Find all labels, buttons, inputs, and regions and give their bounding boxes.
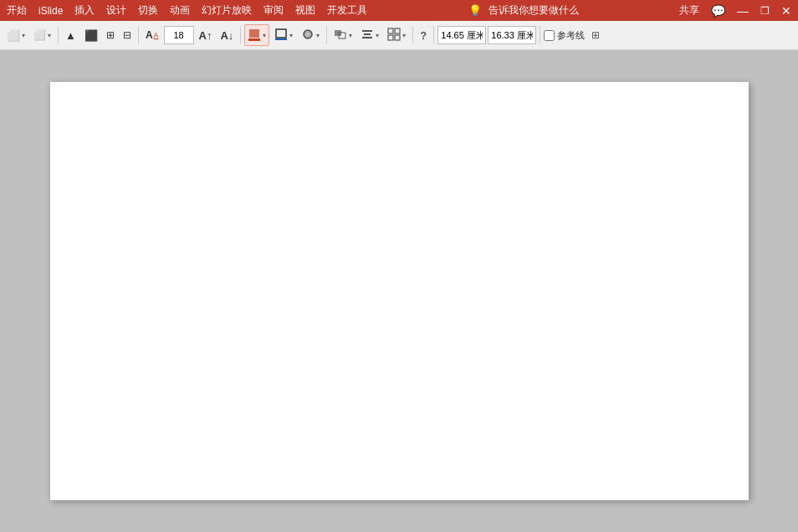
menu-islide[interactable]: iSlide	[38, 5, 63, 17]
increase-font-icon: A↑	[199, 29, 212, 42]
group-icon: ⊞	[106, 29, 115, 41]
send-backward-button[interactable]: ⬛	[81, 24, 101, 46]
decrease-font-button[interactable]: A↓	[217, 24, 237, 46]
ungroup-icon: ⊟	[123, 29, 131, 41]
select-tool-button[interactable]: ⬜ ▾	[3, 24, 28, 46]
toolbar: ⬜ ▾ ⬜ ▾ ▲ ⬛ ⊞ ⊟ A A A↑ A↓	[0, 21, 798, 50]
extra-right-button[interactable]: ⊞	[588, 24, 603, 46]
arrange-icon	[334, 28, 347, 43]
svg-rect-0	[249, 29, 259, 38]
menu-review[interactable]: 审阅	[263, 3, 284, 18]
outline-button[interactable]: ▾	[271, 24, 296, 46]
reference-line-area: 参考线	[544, 29, 585, 42]
menu-developer[interactable]: 开发工具	[327, 3, 367, 18]
increase-font-button[interactable]: A↑	[196, 24, 216, 46]
shape-select-icon: ⬜	[33, 29, 46, 41]
share-button[interactable]: 共享	[679, 3, 699, 18]
separator-7	[540, 26, 540, 44]
effects-dropdown: ▾	[316, 32, 320, 39]
bring-forward-icon: ▲	[65, 29, 76, 42]
send-backward-icon: ⬛	[84, 29, 98, 42]
outline-icon	[274, 28, 288, 43]
slide-area	[0, 50, 798, 532]
restore-button[interactable]: ❐	[760, 5, 770, 17]
align-dropdown: ▾	[376, 32, 379, 39]
shape-effects-icon	[301, 28, 315, 43]
svg-point-5	[304, 30, 312, 38]
ungroup-button[interactable]: ⊟	[120, 24, 135, 46]
menu-start[interactable]: 开始	[7, 3, 27, 18]
title-bar-left: 开始 iSlide 插入 设计 切换 动画 幻灯片放映 审阅 视图 开发工具	[7, 3, 367, 18]
help-button[interactable]: ?	[417, 24, 430, 46]
menu-transition[interactable]: 切换	[138, 3, 158, 18]
svg-rect-10	[362, 37, 372, 38]
shape-effects-button[interactable]: ▾	[298, 24, 323, 46]
font-size-input[interactable]	[164, 26, 194, 44]
title-bar: 开始 iSlide 插入 设计 切换 动画 幻灯片放映 审阅 视图 开发工具 💡…	[0, 0, 798, 21]
menu-insert[interactable]: 插入	[74, 3, 95, 18]
svg-rect-11	[388, 28, 393, 33]
svg-rect-9	[364, 33, 371, 35]
align-button[interactable]: ▾	[357, 24, 382, 46]
bring-forward-button[interactable]: ▲	[62, 24, 79, 46]
menu-animation[interactable]: 动画	[170, 3, 190, 18]
group2-icon	[387, 28, 401, 43]
fill-color-dropdown: ▾	[263, 32, 266, 39]
separator-6	[433, 26, 434, 44]
menu-slideshow[interactable]: 幻灯片放映	[202, 3, 252, 18]
separator-4	[326, 26, 327, 44]
title-bar-right: 共享 💬 — ❐ ✕	[679, 3, 791, 18]
close-button[interactable]: ✕	[781, 4, 791, 18]
arrange-button[interactable]: ▾	[330, 24, 356, 46]
menu-view[interactable]: 视图	[295, 3, 315, 18]
outline-dropdown: ▾	[289, 32, 293, 39]
reference-line-label: 参考线	[557, 29, 585, 42]
text-align-icon: A	[146, 29, 153, 41]
select-dropdown-arrow: ▾	[22, 32, 25, 39]
svg-rect-8	[362, 30, 372, 32]
separator-5	[412, 26, 413, 44]
separator-1	[58, 26, 59, 44]
shape-dropdown-arrow: ▾	[48, 32, 51, 39]
lightbulb-icon: 💡	[468, 4, 482, 17]
svg-rect-12	[395, 28, 400, 33]
fill-color-button[interactable]: ▾	[244, 24, 269, 46]
menu-design[interactable]: 设计	[106, 3, 126, 18]
comments-icon[interactable]: 💬	[711, 4, 725, 18]
text-align-button[interactable]: A A	[142, 24, 162, 46]
width-input[interactable]	[437, 26, 486, 44]
svg-rect-3	[275, 38, 287, 40]
group2-button[interactable]: ▾	[384, 24, 409, 46]
select-icon: ⬜	[7, 29, 20, 42]
separator-2	[138, 26, 139, 44]
svg-rect-1	[248, 38, 260, 41]
separator-3	[240, 26, 241, 44]
fill-color-icon	[248, 28, 261, 42]
arrange-dropdown: ▾	[349, 32, 352, 39]
group-button[interactable]: ⊞	[103, 24, 118, 46]
slide-canvas[interactable]	[50, 82, 749, 500]
align-icon	[361, 28, 374, 43]
svg-rect-14	[395, 35, 400, 40]
minimize-button[interactable]: —	[737, 4, 749, 18]
extra-right-icon: ⊞	[591, 29, 600, 41]
svg-rect-2	[276, 29, 286, 38]
reference-line-checkbox[interactable]	[544, 30, 555, 41]
group2-dropdown: ▾	[402, 32, 406, 39]
svg-rect-13	[388, 35, 393, 40]
decrease-font-icon: A↓	[220, 29, 233, 42]
help-icon: ?	[420, 29, 427, 42]
tell-me-text[interactable]: 告诉我你想要做什么	[489, 3, 579, 18]
height-input[interactable]	[488, 26, 536, 44]
title-center: 💡 告诉我你想要做什么	[468, 3, 579, 18]
shape-select-button[interactable]: ⬜ ▾	[30, 24, 54, 46]
